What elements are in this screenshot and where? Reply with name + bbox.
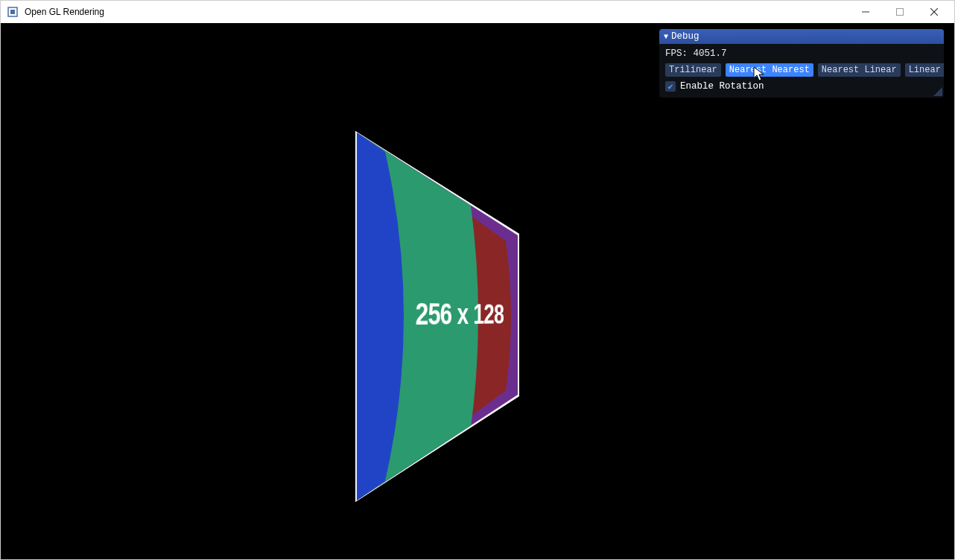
window-title: Open GL Rendering xyxy=(25,7,848,17)
svg-rect-1 xyxy=(10,10,15,14)
linear-nearest-button[interactable]: Linear Nearest xyxy=(905,63,944,77)
trilinear-button[interactable]: Trilinear xyxy=(665,63,721,77)
enable-rotation-checkbox[interactable]: ✔ xyxy=(665,81,676,92)
collapse-arrow-icon: ▼ xyxy=(664,33,668,41)
fps-display: FPS: 4051.7 xyxy=(665,48,938,59)
texture-resolution-label: 256 x 128 xyxy=(416,297,504,331)
debug-panel[interactable]: ▼ Debug FPS: 4051.7 Trilinear Nearest Ne… xyxy=(659,29,944,98)
enable-rotation-row: ✔ Enable Rotation xyxy=(665,81,938,92)
resize-grip-icon[interactable] xyxy=(933,87,942,96)
close-button[interactable] xyxy=(917,1,951,23)
debug-panel-body: FPS: 4051.7 Trilinear Nearest Nearest Ne… xyxy=(659,44,944,98)
app-icon xyxy=(7,6,19,18)
debug-panel-header[interactable]: ▼ Debug xyxy=(659,29,944,44)
app-window: Open GL Rendering xyxy=(0,0,955,560)
nearest-nearest-button[interactable]: Nearest Nearest xyxy=(726,63,813,77)
window-controls xyxy=(848,1,951,23)
nearest-linear-button[interactable]: Nearest Linear xyxy=(818,63,901,77)
filter-button-row: Trilinear Nearest Nearest Nearest Linear… xyxy=(665,63,938,77)
enable-rotation-label: Enable Rotation xyxy=(680,81,764,92)
maximize-button[interactable] xyxy=(883,1,917,23)
opengl-viewport[interactable]: 256 x 128 ▼ Debug FPS: 4051.7 Trilinear … xyxy=(1,23,954,559)
svg-rect-3 xyxy=(897,9,904,16)
titlebar[interactable]: Open GL Rendering xyxy=(1,1,954,23)
debug-panel-title: Debug xyxy=(671,31,699,42)
minimize-button[interactable] xyxy=(848,1,883,23)
